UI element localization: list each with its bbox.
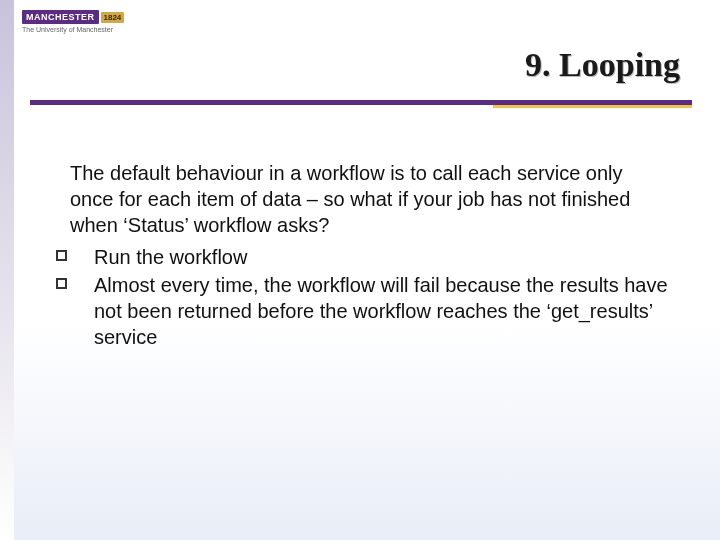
bullet-text: Almost every time, the workflow will fai… [94,274,668,348]
logo-subtitle: The University of Manchester [22,26,152,33]
divider-yellow [493,105,692,108]
bullet-list: Run the workflow Almost every time, the … [70,244,670,350]
logo-year: 1824 [101,12,125,23]
slide-title: 9. Looping [525,46,680,84]
bullet-text: Run the workflow [94,246,247,268]
list-item: Run the workflow [70,244,670,270]
left-accent-strip [0,0,14,540]
content-area: The default behaviour in a workflow is t… [70,160,670,352]
logo-name: MANCHESTER [22,10,99,24]
divider [30,100,692,108]
list-item: Almost every time, the workflow will fai… [70,272,670,350]
slide: MANCHESTER1824 The University of Manches… [0,0,720,540]
intro-paragraph: The default behaviour in a workflow is t… [70,160,670,238]
university-logo: MANCHESTER1824 The University of Manches… [22,6,152,38]
